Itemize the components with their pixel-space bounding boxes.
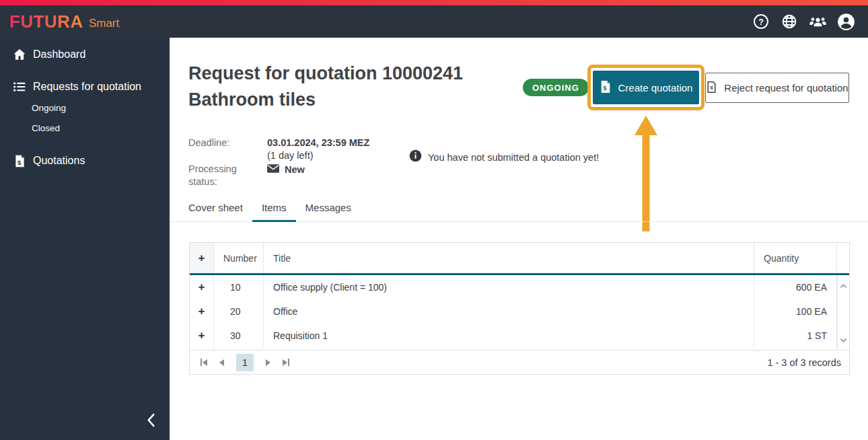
- records-summary: 1 - 3 of 3 records: [767, 357, 841, 368]
- deadline-label: Deadline:: [188, 137, 229, 149]
- annotation-arrow-up: [632, 116, 659, 234]
- reject-request-button[interactable]: x Reject request for quotation: [705, 73, 849, 103]
- annotation-highlight-box: $ Create quotation: [587, 65, 704, 110]
- table-row[interactable]: + 30 Requisition 1 1 ST: [190, 324, 849, 348]
- table-body: + 10 Office supply (Client = 100) 600 EA…: [190, 275, 849, 350]
- sidebar-item-requests-for-quotation[interactable]: Requests for quotation: [0, 75, 170, 98]
- cell-number: 30: [214, 324, 264, 348]
- table-row[interactable]: + 10 Office supply (Client = 100) 600 EA: [190, 275, 849, 299]
- people-icon[interactable]: [807, 11, 828, 32]
- processing-status-label: Processing status:: [188, 163, 250, 188]
- deadline-note: (1 day left): [267, 149, 369, 162]
- expand-row-button[interactable]: +: [190, 324, 214, 348]
- cell-title: Requisition 1: [264, 324, 754, 348]
- app-header: FUTURA Smart ?: [0, 5, 868, 38]
- cell-number: 20: [214, 299, 264, 324]
- table-footer: 1 1 - 3 of 3 records: [190, 350, 849, 374]
- cell-title: Office supply (Client = 100): [264, 275, 754, 299]
- cell-quantity: 100 EA: [754, 299, 837, 324]
- processing-status-text: New: [285, 163, 305, 176]
- brand-logo: FUTURA: [9, 11, 83, 32]
- expand-row-button[interactable]: +: [190, 299, 214, 324]
- deadline-value: 03.01.2024, 23:59 MEZ (1 day left): [267, 137, 369, 162]
- pagination-prev-button[interactable]: [219, 359, 224, 366]
- home-icon: [11, 47, 28, 62]
- processing-status-value: New: [267, 163, 305, 176]
- sidebar-item-ongoing[interactable]: Ongoing: [32, 103, 66, 113]
- cell-quantity: 600 EA: [754, 275, 837, 299]
- deadline-date: 03.01.2024, 23:59 MEZ: [267, 137, 369, 149]
- sidebar-item-label: Quotations: [33, 155, 85, 167]
- account-icon[interactable]: [836, 11, 856, 32]
- svg-text:?: ?: [758, 17, 764, 27]
- expand-all-header[interactable]: +: [190, 243, 214, 273]
- items-table: + Number Title Quantity + 10 Office supp…: [189, 242, 850, 375]
- cell-number: 10: [214, 275, 264, 299]
- document-x-icon: x: [706, 81, 717, 96]
- info-icon: [409, 149, 422, 165]
- create-quotation-button[interactable]: $ Create quotation: [593, 71, 699, 104]
- column-header-title[interactable]: Title: [264, 243, 754, 273]
- cell-quantity: 1 ST: [754, 324, 837, 348]
- pagination-first-button[interactable]: [201, 359, 207, 366]
- column-header-scrollbar-spacer: [837, 243, 849, 273]
- info-message-text: You have not submitted a quotation yet!: [428, 152, 599, 163]
- page-title-line1: Request for quotation 10000241: [188, 61, 463, 87]
- svg-text:x: x: [710, 84, 713, 91]
- tab-bar: Cover sheet Items Messages: [179, 199, 361, 222]
- tab-cover-sheet[interactable]: Cover sheet: [179, 199, 252, 222]
- pagination: 1: [201, 354, 289, 371]
- quotation-document-icon: $: [11, 154, 28, 168]
- pagination-next-button[interactable]: [266, 359, 270, 366]
- sidebar-item-label: Requests for quotation: [33, 81, 141, 93]
- sidebar-item-quotations[interactable]: $ Quotations: [0, 149, 170, 172]
- sidebar-item-dashboard[interactable]: Dashboard: [0, 43, 170, 66]
- main-content: Request for quotation 10000241 Bathroom …: [170, 38, 868, 440]
- info-message: You have not submitted a quotation yet!: [409, 149, 599, 165]
- pagination-current-page[interactable]: 1: [236, 354, 254, 371]
- brand-accent-strip: [0, 0, 868, 5]
- header-icon-group: ?: [751, 11, 859, 32]
- app-window: FUTURA Smart ? Dashboard: [0, 0, 868, 440]
- tab-messages[interactable]: Messages: [296, 199, 361, 222]
- sidebar-item-closed[interactable]: Closed: [32, 123, 60, 133]
- table-row[interactable]: + 20 Office 100 EA: [190, 299, 849, 324]
- tab-items[interactable]: Items: [252, 199, 296, 222]
- list-icon: [11, 79, 28, 94]
- sidebar-collapse-button[interactable]: [141, 412, 160, 431]
- table-scrollbar[interactable]: [837, 275, 849, 350]
- scroll-down-icon[interactable]: [840, 334, 847, 346]
- sidebar: Dashboard Requests for quotation Ongoing…: [0, 38, 170, 440]
- brand-suffix: Smart: [89, 13, 119, 30]
- reject-request-label: Reject request for quotation: [724, 82, 848, 94]
- scroll-up-icon[interactable]: [840, 279, 847, 291]
- cell-title: Office: [264, 299, 754, 324]
- column-header-number[interactable]: Number: [214, 243, 264, 273]
- help-icon[interactable]: ?: [751, 11, 771, 32]
- page-title: Request for quotation 10000241 Bathroom …: [188, 61, 463, 113]
- quotation-document-icon: $: [600, 80, 612, 96]
- envelope-icon: [267, 163, 279, 176]
- svg-text:$: $: [17, 159, 21, 166]
- status-badge: ONGOING: [523, 79, 589, 96]
- pagination-last-button[interactable]: [283, 359, 289, 366]
- globe-icon[interactable]: [779, 11, 799, 32]
- column-header-quantity[interactable]: Quantity: [754, 243, 837, 273]
- page-title-line2: Bathroom tiles: [188, 87, 463, 113]
- table-header-row: + Number Title Quantity: [190, 243, 849, 275]
- expand-row-button[interactable]: +: [190, 275, 214, 299]
- create-quotation-label: Create quotation: [618, 82, 693, 94]
- chevron-left-icon: [146, 413, 156, 430]
- sidebar-item-label: Dashboard: [33, 48, 85, 61]
- svg-text:$: $: [603, 85, 606, 91]
